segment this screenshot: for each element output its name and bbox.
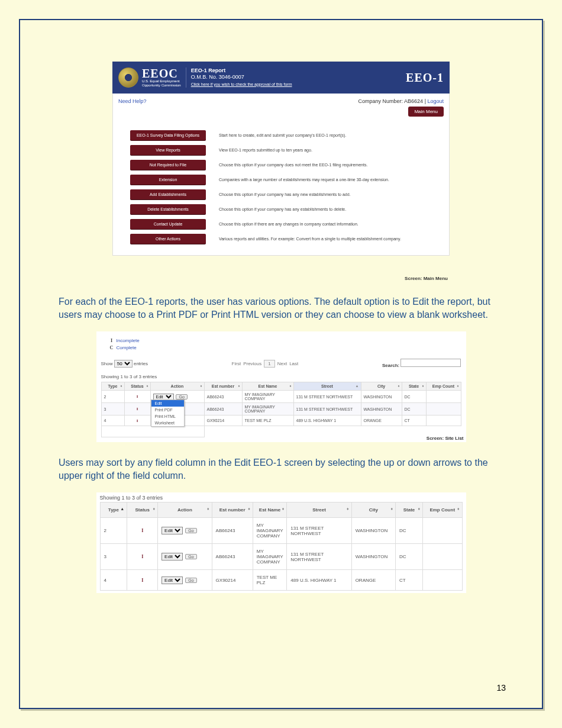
pager-first[interactable]: First: [232, 361, 241, 366]
app-header: EEOC U.S. Equal Employment Opportunity C…: [112, 62, 450, 94]
menu-extension[interactable]: Extension: [130, 175, 206, 185]
pager-last[interactable]: Last: [289, 361, 298, 366]
omb-number: O.M.B. No. 3046-0007: [191, 74, 292, 80]
col-est-name[interactable]: Est Name♦: [242, 382, 293, 391]
legend-complete: C Complete: [107, 345, 461, 350]
report-title: EEO-1 Report: [191, 67, 292, 74]
dropdown-option-worksheet[interactable]: Worksheet: [151, 420, 184, 426]
table-row: 3 I Edit Go AB66243 MY IMAGINARY COMPANY…: [100, 544, 462, 570]
sort-icon: ♦: [422, 384, 424, 388]
sort-icon: ♦: [391, 507, 393, 511]
main-menu-button[interactable]: Main Menu: [408, 107, 444, 117]
screenshot-sort-table: Showing 1 to 3 of 3 entries Type▲ Status…: [96, 492, 466, 593]
screenshot1-caption: Screen: Main Menu: [111, 273, 451, 281]
report-block: EEO-1 Report O.M.B. No. 3046-0007 Click …: [191, 67, 292, 88]
datatable-toolbar: Show 50 entries First Previous 1 Next La…: [101, 359, 461, 368]
pager-page-1[interactable]: 1: [264, 360, 274, 368]
col-city[interactable]: City♦: [351, 502, 395, 518]
col-street[interactable]: Street▲: [293, 382, 361, 391]
col-status[interactable]: Status♦: [124, 382, 150, 391]
sort-icon: ♦: [200, 384, 202, 388]
menu-not-required[interactable]: Not Required to File: [130, 160, 206, 170]
org-sub2: Opportunity Commission: [142, 83, 181, 88]
menu-item: Add Establishments Choose this option if…: [130, 189, 450, 199]
edit-eeo1-table: Type▲ Status♦ Action♦ Est number♦ Est Na…: [100, 502, 463, 591]
showing-text: Showing 1 to 3 of 3 entries: [100, 495, 463, 501]
eeo1-logo: EEO-1: [406, 71, 444, 85]
go-button[interactable]: Go: [185, 578, 196, 583]
sort-icon: ♦: [457, 384, 458, 388]
go-button[interactable]: Go: [185, 554, 196, 559]
logout-link[interactable]: Logout: [427, 98, 444, 104]
pager: First Previous 1 Next Last: [232, 360, 299, 368]
col-state[interactable]: State♦: [396, 502, 423, 518]
dropdown-option-edit[interactable]: Edit: [151, 400, 184, 407]
sort-icon: ♦: [120, 384, 122, 388]
col-emp-count[interactable]: Emp Count♦: [422, 502, 462, 518]
sort-icon: ♦: [289, 384, 291, 388]
sort-icon: ♦: [207, 507, 209, 511]
body-paragraph-1: For each of the EEO-1 reports, the user …: [59, 295, 503, 321]
eeoc-seal-icon: [118, 67, 138, 88]
menu-item: EEO-1 Survey Data Filing Options Start h…: [130, 130, 450, 140]
col-action[interactable]: Action♦: [158, 502, 212, 518]
sort-icon: ♦: [248, 507, 250, 511]
menu-add-establishments[interactable]: Add Establishments: [130, 189, 206, 199]
dropdown-option-print-pdf[interactable]: Print PDF: [151, 407, 184, 413]
menu-item: Delete Establishments Choose this option…: [130, 204, 450, 214]
legend-incomplete: I Incomplete: [107, 338, 461, 343]
dropdown-option-print-html[interactable]: Print HTML: [151, 413, 184, 420]
sort-icon: ♦: [238, 384, 240, 388]
pager-previous[interactable]: Previous: [243, 361, 261, 366]
col-city[interactable]: City♦: [361, 382, 402, 391]
sort-icon: ▲: [120, 507, 124, 511]
page-number: 13: [496, 683, 506, 692]
action-select[interactable]: Edit: [162, 576, 183, 584]
col-action[interactable]: Action♦: [150, 382, 204, 391]
page-size-select[interactable]: 50: [114, 360, 133, 368]
menu-item: Not Required to File Choose this option …: [130, 160, 450, 170]
col-state[interactable]: State♦: [402, 382, 426, 391]
menu-contact-update[interactable]: Contact Update: [130, 219, 206, 229]
need-help-link[interactable]: Need Help?: [118, 98, 147, 104]
sort-icon: ♦: [418, 507, 420, 511]
col-street[interactable]: Street♦: [287, 502, 351, 518]
menu-view-reports[interactable]: View Reports: [130, 145, 206, 155]
col-emp-count[interactable]: Emp Count♦: [426, 382, 461, 391]
body-paragraph-2: Users may sort by any field column in th…: [59, 456, 503, 482]
sort-icon: ♦: [153, 507, 156, 511]
col-est-number[interactable]: Est number♦: [204, 382, 242, 391]
menu-delete-establishments[interactable]: Delete Establishments: [130, 204, 206, 214]
screenshot-main-menu: EEOC U.S. Equal Employment Opportunity C…: [112, 62, 450, 256]
action-select[interactable]: Edit: [162, 527, 183, 534]
table-row: 4 I Edit Go GX90214 TEST ME PLZ 489 U.S.…: [100, 570, 462, 591]
search-label: Search:: [382, 363, 399, 368]
table-row: 2 I Edit Go Edit Print PDF Print HTML Wo…: [101, 391, 461, 403]
org-block: EEOC U.S. Equal Employment Opportunity C…: [142, 67, 186, 87]
menu-filing-options[interactable]: EEO-1 Survey Data Filing Options: [130, 130, 206, 140]
menu-item: Contact Update Choose this option if the…: [130, 219, 450, 229]
col-status[interactable]: Status♦: [127, 502, 158, 518]
approval-link[interactable]: Click here if you wish to check the appr…: [191, 82, 292, 86]
site-list-table: Type♦ Status♦ Action♦ Est number♦ Est Na…: [101, 382, 461, 437]
col-type[interactable]: Type▲: [100, 502, 127, 518]
action-select[interactable]: Edit: [162, 553, 183, 561]
menu-other-actions[interactable]: Other Actions: [130, 234, 206, 244]
search-input[interactable]: [400, 359, 461, 367]
go-button[interactable]: Go: [176, 394, 187, 400]
screenshot2-caption: Screen: Site List: [427, 436, 464, 441]
go-button[interactable]: Go: [185, 528, 196, 533]
col-est-number[interactable]: Est number♦: [212, 502, 253, 518]
top-bar: Need Help? Company Number: AB6624 | Logo…: [112, 94, 450, 120]
org-sub1: U.S. Equal Employment: [142, 79, 181, 83]
col-type[interactable]: Type♦: [101, 382, 124, 391]
col-est-name[interactable]: Est Name♦: [253, 502, 287, 518]
menu-item: Other Actions Various reports and utilit…: [130, 234, 450, 244]
screenshot-site-list: I Incomplete C Complete Show 50 entries …: [96, 331, 466, 442]
pager-next[interactable]: Next: [277, 361, 287, 366]
action-select[interactable]: Edit: [153, 394, 174, 400]
org-abbr: EEOC: [142, 67, 181, 79]
action-dropdown-open[interactable]: Edit Print PDF Print HTML Worksheet: [151, 400, 185, 427]
table-row: 2 I Edit Go AB66243 MY IMAGINARY COMPANY…: [100, 518, 462, 544]
sort-icon: ♦: [282, 507, 285, 511]
